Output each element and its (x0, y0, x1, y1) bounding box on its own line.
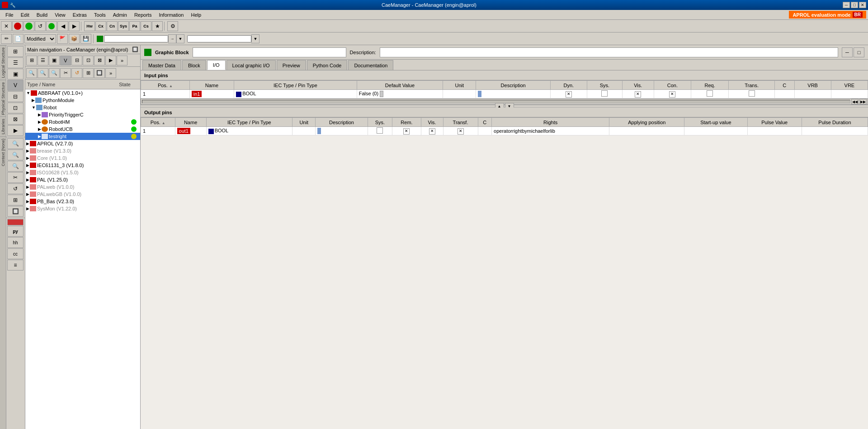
output-pin-row-1[interactable]: 1 out1 BOOL ✕ ✕ ✕ (141, 127, 868, 135)
tree-item-aprol[interactable]: ▶ APROL (V2.7.0) (25, 140, 140, 147)
tb-cx[interactable]: Cx (95, 21, 106, 31)
minimize-button[interactable]: ─ (843, 2, 850, 8)
nav-tb2-reload[interactable]: ↺ (71, 68, 82, 78)
tb-hw[interactable]: Hw (84, 21, 95, 31)
gb-expand-button[interactable]: □ (854, 47, 864, 57)
tree-item-robot[interactable]: ▼ Robot (25, 104, 140, 111)
li-add[interactable]: ⊞ (7, 195, 24, 205)
li-icon-cc[interactable]: cc (7, 248, 24, 259)
tb-cog[interactable]: ⚙ (167, 21, 178, 31)
vtab-context[interactable]: Context (None) (0, 136, 6, 168)
ocell-rem[interactable]: ✕ (392, 127, 421, 135)
cell-vis[interactable]: ✕ (622, 90, 654, 98)
tb-star[interactable]: ★ (152, 21, 163, 31)
scroll-left-end-btn[interactable]: ◀◀ (851, 99, 859, 104)
ocell-sys[interactable] (368, 127, 392, 135)
li-icon-py[interactable]: py (7, 226, 24, 237)
tb-cs[interactable]: Cs (141, 21, 151, 31)
input-pin-row-1[interactable]: 1 in1 BOOL False (0) ✕ ✕ (141, 90, 868, 98)
tab-block[interactable]: Block (182, 60, 206, 70)
tb-pa[interactable]: Pa (129, 21, 140, 31)
tb-sys[interactable]: Sys (118, 21, 129, 31)
tb-forward[interactable]: ▶ (69, 21, 80, 31)
tb-back[interactable]: ◀ (57, 21, 68, 31)
gb-collapse-button[interactable]: ─ (842, 47, 853, 57)
tree-item-brease[interactable]: ▶ brease (V1.3.0) (25, 147, 140, 154)
tree-item-sysmon[interactable]: ▶ SysMon (V1.22.0) (25, 205, 140, 212)
nav-tb2-more[interactable]: » (105, 68, 116, 78)
menu-build[interactable]: Build (33, 11, 51, 19)
cell-con[interactable]: ✕ (654, 90, 691, 98)
path-dropdown-button[interactable]: ▼ (176, 34, 184, 43)
nav-tb-minus[interactable]: ⊟ (71, 56, 82, 65)
nav-tb2-window[interactable]: 🔲 (94, 68, 105, 78)
li-icon-hh[interactable]: hh (7, 237, 24, 248)
li-zoom-in[interactable]: 🔍 (7, 138, 24, 149)
tb-load[interactable] (46, 21, 57, 31)
li-search[interactable]: 🔍 (7, 161, 24, 172)
ocell-vis[interactable]: ✕ (421, 127, 443, 135)
scroll-right-end-btn[interactable]: ▶▶ (859, 99, 867, 104)
cell-trans[interactable] (729, 90, 775, 98)
nav-tb2-zoom2[interactable]: 🔍 (38, 68, 48, 78)
li-window[interactable]: 🔲 (7, 206, 24, 217)
li-v-btn[interactable]: V (7, 80, 24, 91)
tab-local-graphic-io[interactable]: Local graphic I/O (226, 60, 276, 70)
tree-item-pal[interactable]: ▶ PAL (V1.25.0) (25, 176, 140, 183)
li-dot-btn[interactable]: ⊡ (7, 103, 24, 113)
tree-item-abbraat[interactable]: ▼ ABBRAAT (V0.1.0+) (25, 89, 140, 97)
nav-tb-v[interactable]: V (60, 56, 71, 65)
li-cut[interactable]: ✂ (7, 172, 24, 183)
tree-item-iec61131[interactable]: ▶ IEC61131_3 (V1.8.0) (25, 162, 140, 169)
tree-item-pb-bas[interactable]: ▶ PB_Bas (V2.3.0) (25, 198, 140, 205)
vtab-physical[interactable]: Physical Structure (0, 80, 6, 117)
li-icon-lines[interactable]: ≡ (7, 260, 24, 270)
tb2-pencil[interactable]: ✏ (1, 34, 12, 44)
menu-admin[interactable]: Admin (109, 11, 131, 19)
tree-item-testright[interactable]: ▶ testright (25, 133, 140, 140)
menu-extras[interactable]: Extras (69, 11, 90, 19)
menu-reports[interactable]: Reports (131, 11, 156, 19)
tree-item-prioritytriggerc[interactable]: ▶ PriorityTriggerC (25, 111, 140, 118)
li-x-btn[interactable]: ⊠ (7, 114, 24, 125)
nav-tb-list[interactable]: ☰ (38, 56, 48, 65)
cell-name[interactable]: in1 (189, 90, 234, 98)
nav-tb-x[interactable]: ⊠ (94, 56, 105, 65)
tree-item-robotucb[interactable]: ▶ RobotUCB (25, 126, 140, 133)
tb-circle-green[interactable] (24, 21, 34, 31)
li-block-btn[interactable]: ▣ (7, 69, 24, 79)
tab-master-data[interactable]: Master Data (142, 60, 181, 70)
cell-req[interactable] (691, 90, 729, 98)
path-nav-button[interactable]: → (168, 34, 176, 43)
filter-dropdown-button[interactable]: ▼ (251, 34, 259, 43)
modified-select[interactable]: Modified (24, 34, 56, 43)
menu-help[interactable]: Help (187, 11, 205, 19)
li-color1[interactable] (7, 219, 24, 225)
li-grid-btn[interactable]: ⊞ (7, 46, 24, 57)
ocell-name[interactable]: out1 (175, 127, 206, 135)
tb2-package[interactable]: 📦 (69, 34, 80, 44)
maximize-button[interactable]: □ (851, 2, 858, 8)
tab-preview[interactable]: Preview (277, 60, 306, 70)
tab-python-code[interactable]: Python Code (307, 60, 348, 70)
menu-view[interactable]: View (51, 11, 69, 19)
nav-tb-block[interactable]: ▣ (49, 56, 60, 65)
nav-tb-grid[interactable]: ⊞ (26, 56, 37, 65)
cell-dyn[interactable]: ✕ (550, 90, 587, 98)
tree-item-palweb[interactable]: ▶ PALweb (V1.0.0) (25, 183, 140, 191)
ocell-transf[interactable]: ✕ (443, 127, 478, 135)
tree-item-core[interactable]: ▶ Core (V1.1.0) (25, 154, 140, 162)
menu-edit[interactable]: Edit (17, 11, 33, 19)
vtab-libraries[interactable]: Libraries (0, 117, 6, 136)
path-input[interactable]: ABBRAAT/Robot/testright (104, 35, 168, 42)
graphic-block-name-input[interactable]: testright (193, 47, 346, 57)
cell-sys[interactable] (587, 90, 622, 98)
menu-tools[interactable]: Tools (90, 11, 109, 19)
nav-tb2-add[interactable]: ⊞ (83, 68, 94, 78)
filter-input[interactable]: All (187, 35, 251, 42)
nav-tb-dot[interactable]: ⊡ (83, 56, 94, 65)
menu-file[interactable]: File (2, 11, 17, 19)
tb-reload[interactable]: ↺ (35, 21, 46, 31)
nav-tb2-zoom[interactable]: 🔍 (26, 68, 37, 78)
li-list-btn[interactable]: ☰ (7, 57, 24, 68)
